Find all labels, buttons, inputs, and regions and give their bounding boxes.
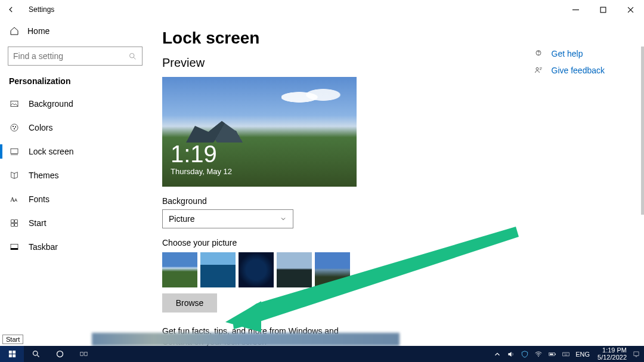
start-tooltip: Start [2,335,23,344]
get-help-link[interactable]: Get help [552,49,583,58]
nav-lock-screen[interactable]: Lock screen [0,140,150,163]
category-title: Personalization [0,75,150,92]
preview-time: 1:19 [171,142,232,166]
svg-rect-27 [80,352,82,355]
picture-thumb-1[interactable] [162,252,197,287]
nav-fonts[interactable]: AA Fonts [0,187,150,211]
dropdown-value: Picture [169,214,195,224]
wifi-icon[interactable] [534,350,543,358]
nav-label: Taskbar [29,242,58,252]
taskbar-app-blur [92,333,400,346]
start-icon [10,218,19,228]
battery-icon[interactable] [548,350,556,358]
help-links: Get help Give feedback [534,45,605,79]
preview-clouds [281,85,341,109]
nav-start[interactable]: Start [0,211,150,235]
svg-rect-28 [84,352,86,355]
maximize-icon [600,7,606,13]
give-feedback-link[interactable]: Give feedback [552,66,605,75]
search-icon [128,52,137,61]
svg-rect-2 [11,101,18,106]
tray-time: 1:19 PM [597,347,627,354]
svg-point-1 [130,53,135,58]
svg-rect-7 [11,148,18,153]
back-button[interactable] [0,0,23,19]
palette-icon [10,123,19,132]
svg-rect-24 [13,354,16,357]
clock[interactable]: 1:19 PM 5/12/2022 [597,347,627,361]
maximize-button[interactable] [589,0,617,19]
task-view-icon [79,349,88,358]
window-controls [562,0,644,19]
nav-label: Start [29,218,47,228]
home-label: Home [27,26,49,36]
picture-thumb-4[interactable] [277,252,312,287]
svg-point-17 [538,54,538,55]
home-link[interactable]: Home [0,19,150,43]
svg-point-25 [33,351,38,356]
lock-screen-icon [10,147,19,156]
svg-rect-34 [634,351,639,355]
chevron-down-icon [280,215,287,222]
tray-date: 5/12/2022 [597,354,627,361]
nav-label: Background [29,99,73,109]
picture-thumb-2[interactable] [200,252,236,287]
minimize-button[interactable] [562,0,589,19]
choose-picture-label: Choose your picture [162,238,632,247]
svg-point-3 [11,124,18,131]
svg-rect-32 [550,353,553,354]
minimize-icon [572,7,579,13]
picture-thumb-3[interactable] [239,252,274,287]
volume-icon[interactable] [507,350,515,358]
close-icon [627,7,634,13]
nav-themes[interactable]: Themes [0,163,150,187]
arrow-left-icon [7,5,16,14]
task-view-button[interactable] [72,346,95,362]
svg-text:A: A [14,197,17,203]
get-help-row: Get help [534,45,605,62]
home-icon [10,26,19,36]
sidebar: Home Personalization Background Colors L… [0,19,150,346]
language-indicator[interactable]: ENG [575,351,590,358]
keyboard-icon[interactable] [562,350,570,358]
picture-thumb-5[interactable] [315,252,350,287]
nav-label: Lock screen [29,147,73,156]
taskbar-left [0,346,95,362]
svg-rect-33 [563,352,569,356]
nav-taskbar[interactable]: Taskbar [0,235,150,259]
search-input[interactable] [13,51,128,61]
search-input-container[interactable] [8,47,143,66]
preview-clock: 1:19 Thursday, May 12 [171,142,232,176]
svg-rect-15 [11,248,18,250]
picture-thumbnails [162,252,632,287]
svg-point-29 [538,355,539,356]
feedback-icon [534,66,543,75]
taskbar-search-button[interactable] [24,346,48,362]
settings-window: Settings Home Personalization Background… [0,0,644,346]
picture-icon [10,99,19,109]
cortana-button[interactable] [48,346,72,362]
lock-screen-preview: 1:19 Thursday, May 12 [162,77,357,187]
svg-rect-12 [11,224,14,227]
titlebar: Settings [0,0,644,19]
preview-mountain [186,119,275,143]
security-icon[interactable] [521,350,529,358]
nav-background[interactable]: Background [0,92,150,116]
close-button[interactable] [617,0,644,19]
background-dropdown[interactable]: Picture [162,209,293,228]
nav-label: Fonts [29,194,49,204]
svg-rect-22 [13,351,16,354]
start-button[interactable] [0,346,24,362]
background-label: Background [162,196,632,206]
nav-colors[interactable]: Colors [0,116,150,140]
svg-point-26 [57,351,63,357]
notifications-icon[interactable] [632,350,640,358]
browse-button[interactable]: Browse [162,293,217,313]
preview-date: Thursday, May 12 [171,167,232,176]
tray-chevron-up-icon[interactable] [493,350,501,358]
taskbar-icon [10,242,19,252]
svg-rect-10 [11,220,14,223]
svg-rect-11 [15,220,18,223]
vertical-scrollbar[interactable] [641,47,644,215]
themes-icon [10,171,19,180]
